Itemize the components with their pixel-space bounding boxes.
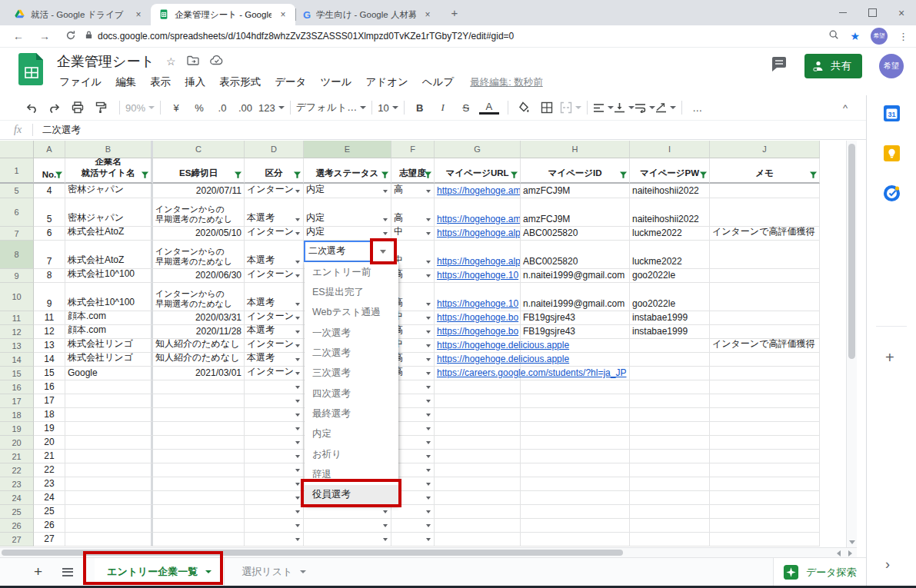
cell-C26[interactable]	[153, 519, 245, 533]
cell-I27[interactable]	[630, 533, 710, 546]
cell-D21[interactable]	[245, 450, 304, 463]
mypage-url-link[interactable]: https://hogehoge.delicious.apple	[437, 340, 569, 350]
mypage-url-link[interactable]: https://hogehoge.alp	[437, 228, 521, 238]
cell-dropdown-arrow-icon[interactable]	[426, 441, 431, 444]
cell-dropdown-arrow-icon[interactable]	[295, 538, 300, 541]
cell-J24[interactable]	[710, 491, 820, 505]
row-header-17[interactable]: 17	[0, 394, 34, 408]
header-cell[interactable]: No.	[34, 158, 65, 184]
cell-C11[interactable]: 2020/03/31	[153, 311, 245, 325]
cell-C19[interactable]	[153, 422, 245, 436]
cell-dropdown-arrow-icon[interactable]	[295, 400, 300, 403]
cell-F7[interactable]: 中	[391, 227, 435, 241]
cell-B18[interactable]	[65, 408, 153, 422]
cell-G6[interactable]: https://hogehoge.am	[435, 198, 521, 227]
dropdown-option-お祈り[interactable]: お祈り	[305, 444, 398, 464]
horizontal-align-select[interactable]	[593, 98, 614, 117]
tasks-icon[interactable]	[883, 184, 901, 205]
cell-dropdown-arrow-icon[interactable]	[426, 358, 431, 361]
close-tab-icon[interactable]: ×	[277, 9, 289, 20]
cell-D5[interactable]: インターン	[245, 184, 304, 198]
text-rotation-select[interactable]	[655, 98, 676, 117]
cell-J10[interactable]	[710, 283, 820, 311]
cell-C27[interactable]	[153, 533, 245, 546]
cell-J6[interactable]	[710, 198, 820, 227]
star-icon[interactable]: ☆	[166, 55, 176, 68]
cell-dropdown-arrow-icon[interactable]	[383, 538, 388, 541]
cell-C21[interactable]	[153, 450, 245, 463]
row-header-1[interactable]: 1	[0, 158, 34, 184]
cell-I17[interactable]	[630, 394, 710, 408]
row-header-25[interactable]: 25	[0, 505, 34, 519]
cell-B9[interactable]: 株式会社10^100	[65, 269, 153, 283]
mypage-url-link[interactable]: https://hogehoge.am	[437, 214, 521, 224]
increase-decimal-button[interactable]: .00	[235, 98, 255, 117]
scroll-left-icon[interactable]	[837, 550, 841, 556]
last-edit-link[interactable]: 最終編集: 数秒前	[470, 76, 542, 89]
cell-I21[interactable]	[630, 450, 710, 463]
cell-A7[interactable]: 6	[34, 227, 65, 241]
cell-J27[interactable]	[710, 533, 820, 546]
cell-A20[interactable]: 20	[34, 436, 65, 450]
move-folder-icon[interactable]	[187, 55, 199, 68]
cell-A27[interactable]: 27	[34, 533, 65, 546]
cell-A8[interactable]: 7	[34, 241, 65, 269]
cell-J26[interactable]	[710, 519, 820, 533]
cell-G24[interactable]	[435, 491, 521, 505]
row-header-12[interactable]: 12	[0, 325, 34, 339]
cell-D22[interactable]	[245, 463, 304, 477]
close-tab-icon[interactable]: ×	[421, 9, 434, 20]
row-header-19[interactable]: 19	[0, 422, 34, 436]
column-header-F[interactable]: F	[391, 141, 435, 158]
row-header-24[interactable]: 24	[0, 491, 34, 505]
dropdown-option-エントリー前[interactable]: エントリー前	[305, 262, 398, 282]
cell-D11[interactable]: インターン	[245, 311, 304, 325]
cell-C24[interactable]	[153, 491, 245, 505]
cell-G11[interactable]: https://hogehoge.bo	[435, 311, 521, 325]
bold-button[interactable]: B	[410, 98, 430, 117]
cell-A16[interactable]: 16	[34, 380, 65, 394]
cell-I5[interactable]: naiteihoshii2022	[630, 184, 710, 198]
cell-B25[interactable]	[65, 505, 153, 519]
dropdown-option-三次選考[interactable]: 三次選考	[305, 364, 398, 384]
mypage-url-link[interactable]: https://hogehoge.bo	[437, 312, 518, 323]
row-header-18[interactable]: 18	[0, 408, 34, 422]
column-header-D[interactable]: D	[245, 141, 304, 158]
cell-J7[interactable]: インターンで高評価獲得	[710, 227, 820, 241]
format-percent-button[interactable]: %	[189, 98, 209, 117]
cell-H17[interactable]	[521, 394, 630, 408]
menu-ヘルプ[interactable]: ヘルプ	[415, 73, 461, 91]
cell-D26[interactable]	[245, 519, 304, 533]
vertical-scrollbar-thumb[interactable]	[848, 144, 855, 359]
comment-icon[interactable]	[771, 57, 788, 75]
scroll-down-icon[interactable]	[849, 540, 855, 544]
cell-C20[interactable]	[153, 436, 245, 450]
row-header-5[interactable]: 5	[0, 184, 34, 198]
row-header-13[interactable]: 13	[0, 339, 34, 353]
document-title[interactable]: 企業管理シート	[57, 52, 155, 71]
cell-D12[interactable]: 本選考	[245, 325, 304, 339]
cell-G8[interactable]: https://hogehoge.alp	[435, 241, 521, 269]
cell-dropdown-arrow-icon[interactable]	[295, 455, 300, 458]
cell-E26[interactable]	[304, 519, 391, 533]
cell-J23[interactable]	[710, 477, 820, 491]
row-header-21[interactable]: 21	[0, 450, 34, 463]
add-sheet-icon[interactable]: +	[34, 563, 42, 580]
cell-A23[interactable]: 23	[34, 477, 65, 491]
column-header-C[interactable]: C	[153, 141, 245, 158]
column-header-G[interactable]: G	[435, 141, 521, 158]
cell-G16[interactable]	[435, 380, 521, 394]
cell-H12[interactable]: FB19gsjre43	[521, 325, 630, 339]
cell-D16[interactable]	[245, 380, 304, 394]
cell-G7[interactable]: https://hogehoge.alp	[435, 227, 521, 241]
column-header-A[interactable]: A	[34, 141, 65, 158]
cell-E5[interactable]: 内定	[304, 184, 391, 198]
zoom-select[interactable]: 90%	[125, 98, 155, 117]
cell-dropdown-arrow-icon[interactable]	[295, 497, 300, 500]
formula-input[interactable]: 二次選考	[42, 124, 81, 137]
cell-D24[interactable]	[245, 491, 304, 505]
row-header-20[interactable]: 20	[0, 436, 34, 450]
cell-dropdown-arrow-icon[interactable]	[383, 510, 388, 513]
cell-dropdown-arrow-icon[interactable]	[295, 386, 300, 389]
zoom-page-icon[interactable]	[828, 29, 839, 43]
